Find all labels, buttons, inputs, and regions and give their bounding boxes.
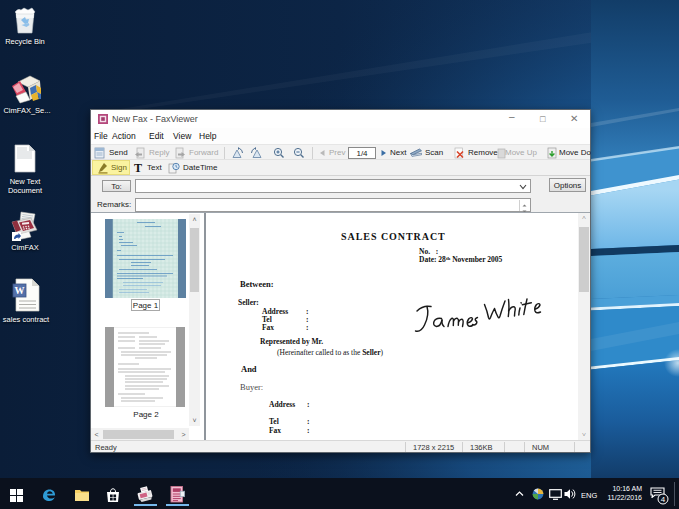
- svg-text:W: W: [15, 285, 25, 296]
- svg-text:4: 4: [661, 495, 666, 504]
